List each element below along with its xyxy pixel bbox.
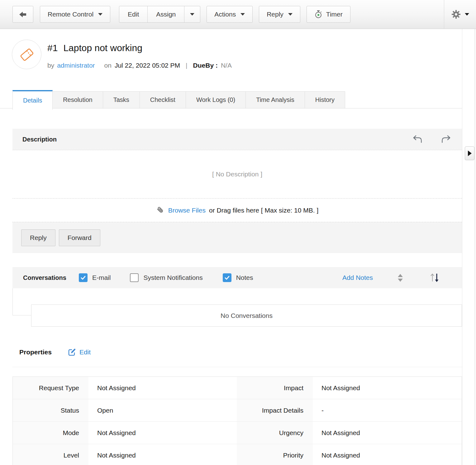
description-footer: Reply Forward xyxy=(12,222,462,253)
sort-order-icon[interactable] xyxy=(429,272,440,283)
remote-control-button[interactable]: Remote Control xyxy=(40,6,110,23)
separator: | xyxy=(186,62,187,69)
property-label: Status xyxy=(13,399,88,422)
description-empty-text: [ No Description ] xyxy=(12,150,462,198)
requester-link[interactable]: administrator xyxy=(57,62,95,69)
chevron-down-icon xyxy=(288,13,293,16)
tab-bar: Details Resolution Tasks Checklist Work … xyxy=(12,90,345,110)
edit-properties-label: Edit xyxy=(79,348,91,356)
property-value: Not Assigned xyxy=(88,377,237,399)
tab-tasks[interactable]: Tasks xyxy=(103,91,140,108)
chevron-down-icon xyxy=(240,13,245,16)
timer-button[interactable]: Timer xyxy=(307,6,350,23)
description-panel: Description [ No Description ] xyxy=(12,129,462,253)
expand-collapse-icon[interactable] xyxy=(398,274,403,282)
toolbar: Remote Control Edit Assign Actions Reply xyxy=(0,0,476,29)
property-value: Not Assigned xyxy=(88,422,237,444)
assign-dropdown-button[interactable] xyxy=(184,6,200,22)
filter-email[interactable]: E-mail xyxy=(79,273,111,282)
ticket-icon xyxy=(18,46,36,63)
reply-dropdown-button[interactable]: Reply xyxy=(259,6,300,23)
chevron-down-icon xyxy=(465,13,469,16)
created-date: Jul 22, 2022 05:02 PM xyxy=(115,62,180,69)
triangle-up-icon xyxy=(398,274,403,277)
edit-assign-group: Edit Assign xyxy=(119,6,200,23)
side-panel-toggle-button[interactable] xyxy=(465,146,474,160)
description-header: Description xyxy=(12,129,462,150)
conversations-header: Conversations E-mail System Notification… xyxy=(12,267,462,288)
page-title: #1 Laptop not working xyxy=(47,43,142,53)
tab-time-analysis[interactable]: Time Analysis xyxy=(245,91,305,108)
notes-filter-label: Notes xyxy=(236,274,253,281)
ticket-type-icon xyxy=(12,40,41,69)
tab-checklist[interactable]: Checklist xyxy=(140,91,186,108)
tab-history[interactable]: History xyxy=(305,91,345,108)
conversations-empty-text: No Conversations xyxy=(31,304,462,327)
description-title: Description xyxy=(22,136,413,143)
settings-menu-button[interactable] xyxy=(444,0,476,29)
assign-button[interactable]: Assign xyxy=(147,6,184,22)
system-notifications-checkbox[interactable] xyxy=(130,273,139,282)
right-panel-divider xyxy=(462,29,462,465)
property-label: Request Type xyxy=(13,377,88,399)
chevron-down-icon xyxy=(98,13,102,16)
undo-icon[interactable] xyxy=(413,135,422,143)
by-label: by xyxy=(47,62,54,69)
ticket-subject: Laptop not working xyxy=(63,43,142,53)
actions-button[interactable]: Actions xyxy=(207,6,253,23)
properties-table: Request Type Not Assigned Impact Not Ass… xyxy=(12,376,462,465)
email-filter-label: E-mail xyxy=(92,274,111,281)
edit-button[interactable]: Edit xyxy=(119,6,147,22)
triangle-right-icon xyxy=(468,151,472,156)
triangle-down-icon xyxy=(398,279,403,282)
back-button[interactable] xyxy=(12,6,33,23)
compose-edit-icon xyxy=(67,348,76,357)
attachment-dropzone[interactable]: Browse Files or Drag files here [ Max si… xyxy=(12,198,462,222)
add-notes-link[interactable]: Add Notes xyxy=(342,274,373,281)
redo-icon[interactable] xyxy=(441,135,451,143)
request-detail-page: Remote Control Edit Assign Actions Reply xyxy=(0,0,476,465)
property-value: Not Assigned xyxy=(313,444,462,465)
property-label: Impact xyxy=(237,377,313,399)
property-value: Not Assigned xyxy=(313,422,462,444)
property-label: Level xyxy=(13,444,88,465)
ticket-number: #1 xyxy=(47,43,58,53)
email-checkbox[interactable] xyxy=(79,273,88,282)
property-label: Mode xyxy=(13,422,88,444)
chevron-down-icon xyxy=(190,13,194,16)
remote-control-label: Remote Control xyxy=(48,11,93,18)
dueby-value: N/A xyxy=(221,62,232,69)
ticket-byline: by administrator on Jul 22, 2022 05:02 P… xyxy=(47,62,232,69)
tab-resolution[interactable]: Resolution xyxy=(52,91,103,108)
properties-header: Properties Edit xyxy=(19,348,91,357)
tab-work-logs[interactable]: Work Logs (0) xyxy=(186,91,246,108)
actions-label: Actions xyxy=(214,11,236,18)
stopwatch-icon xyxy=(314,10,322,19)
on-label: on xyxy=(104,62,112,69)
drag-files-text: or Drag files here [ Max size: 10 MB. ] xyxy=(209,207,318,214)
property-label: Impact Details xyxy=(237,399,313,422)
reply-button[interactable]: Reply xyxy=(21,229,55,246)
filter-system-notifications[interactable]: System Notifications xyxy=(130,273,202,282)
property-value: Not Assigned xyxy=(313,377,462,399)
browse-files-link[interactable]: Browse Files xyxy=(168,207,206,214)
conversations-actions: Add Notes xyxy=(342,272,440,283)
paperclip-icon xyxy=(156,206,165,215)
conversations-title: Conversations xyxy=(23,274,66,281)
system-notifications-filter-label: System Notifications xyxy=(143,274,202,281)
forward-button[interactable]: Forward xyxy=(59,229,100,246)
tab-details[interactable]: Details xyxy=(12,90,53,110)
property-label: Urgency xyxy=(237,422,313,444)
gear-icon xyxy=(451,9,461,19)
property-label: Priority xyxy=(237,444,313,465)
edit-properties-link[interactable]: Edit xyxy=(67,348,91,357)
notes-checkbox[interactable] xyxy=(223,273,231,282)
conversations-border-notch xyxy=(12,288,31,315)
timer-label: Timer xyxy=(326,11,343,18)
dueby-label: DueBy : xyxy=(193,62,218,69)
property-value: Open xyxy=(88,399,237,422)
filter-notes[interactable]: Notes xyxy=(223,273,253,282)
conversations-panel: Conversations E-mail System Notification… xyxy=(12,267,462,327)
properties-divider xyxy=(12,367,462,367)
back-arrow-icon xyxy=(19,11,27,18)
